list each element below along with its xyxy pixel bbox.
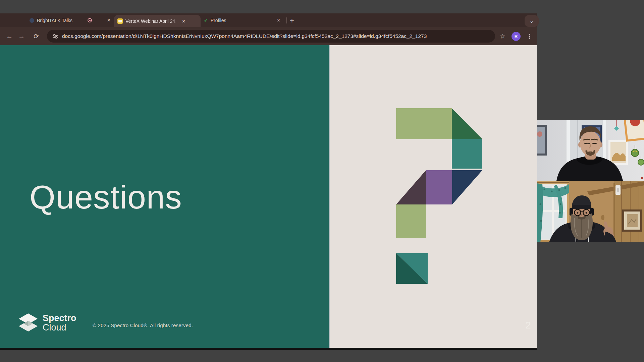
slide-left-panel: Questions Spectro Cloud © 2025 Spectro C… (0, 45, 329, 348)
bookmark-star-icon[interactable]: ☆ (500, 33, 505, 40)
tab-brighttalk[interactable]: BrightTALK Talks ✕ (26, 13, 114, 27)
slide-seam (329, 45, 330, 348)
brand-line-1: Spectro (43, 313, 76, 323)
framed-picture-left (537, 125, 547, 156)
google-slides-favicon-icon (117, 18, 123, 24)
menu-kebab-icon[interactable]: ⋮ (526, 33, 533, 40)
tab-profiles[interactable]: ✔ Profiles ✕ (201, 13, 284, 27)
webcam-feed-1[interactable] (537, 120, 644, 181)
framed-picture-white (608, 140, 628, 165)
tab-label: VerteX Webinar April 24, 202 (125, 18, 178, 24)
reload-icon[interactable]: ⟳ (34, 33, 39, 40)
framed-picture-orange (624, 120, 644, 142)
profile-avatar[interactable]: R (512, 32, 521, 41)
tab-close-icon[interactable]: ✕ (182, 19, 185, 24)
spectro-cloud-logo-icon (18, 313, 38, 333)
site-settings-icon[interactable] (52, 34, 58, 39)
tab-vertex-webinar[interactable]: VerteX Webinar April 24, 202 ✕ (114, 15, 201, 27)
tab-search-button[interactable]: ⌄ (525, 15, 539, 27)
slide-canvas: Questions Spectro Cloud © 2025 Spectro C… (0, 45, 537, 348)
profiles-favicon-icon: ✔ (204, 18, 208, 23)
desktop: BrightTALK Talks ✕ VerteX Webinar April … (0, 0, 644, 362)
browser-toolbar: ← → ⟳ docs.google.com/presentation/d/1NT… (0, 27, 537, 45)
question-mark-graphic (396, 108, 483, 284)
tab-label: BrightTALK Talks (37, 18, 72, 23)
copyright-text: © 2025 Spectro Cloud®. All rights reserv… (93, 322, 193, 328)
spectro-cloud-logo: Spectro Cloud (18, 313, 76, 333)
tab-strip: BrightTALK Talks ✕ VerteX Webinar April … (0, 13, 537, 27)
slide-bottom-edge (0, 348, 537, 350)
browser-window: BrightTALK Talks ✕ VerteX Webinar April … (0, 13, 537, 350)
chevron-down-icon: ⌄ (529, 17, 534, 24)
url-bar[interactable]: docs.google.com/presentation/d/1NTk0ignH… (47, 30, 495, 43)
recording-dot-icon (641, 177, 643, 179)
webcam-panel (537, 120, 644, 242)
slide-title: Questions (30, 178, 182, 216)
forward-icon[interactable]: → (18, 33, 25, 40)
tab-close-icon[interactable]: ✕ (107, 18, 111, 23)
recording-indicator-icon (88, 18, 92, 22)
url-text: docs.google.com/presentation/d/1NTk0ignH… (62, 33, 427, 39)
new-tab-button[interactable]: + (290, 16, 294, 25)
slide-number-ghost: 2 (525, 319, 531, 331)
brighttalk-favicon-icon (30, 18, 34, 23)
tab-label: Profiles (211, 18, 226, 23)
webcam-feed-2[interactable] (537, 181, 644, 242)
framed-picture-cabin (622, 209, 642, 232)
back-icon[interactable]: ← (6, 33, 13, 40)
brand-line-2: Cloud (43, 323, 76, 332)
tab-close-icon[interactable]: ✕ (277, 18, 280, 23)
tab-divider (286, 17, 287, 23)
slide-right-panel: 2 (329, 45, 537, 348)
light-switch (615, 185, 621, 195)
